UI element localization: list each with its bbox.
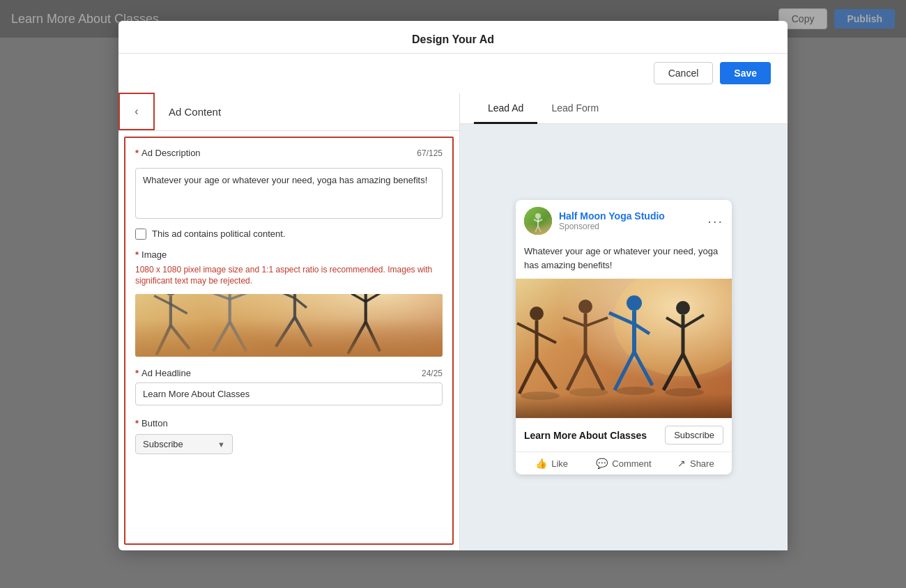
ad-description-label: *Ad Description xyxy=(135,148,201,158)
ad-description-input[interactable]: Whatever your age or whatever your need,… xyxy=(135,168,443,219)
ad-name-wrap: Half Moon Yoga Studio Sponsored xyxy=(559,210,700,232)
svg-line-8 xyxy=(171,325,190,349)
ad-description-header: *Ad Description 67/125 xyxy=(135,148,443,158)
svg-point-66 xyxy=(665,388,704,396)
svg-line-33 xyxy=(535,226,538,232)
comment-button[interactable]: 💬 Comment xyxy=(588,452,659,474)
required-marker-headline: * xyxy=(135,368,139,378)
svg-line-14 xyxy=(230,322,247,351)
ad-headline-counter: 24/25 xyxy=(422,369,443,378)
ad-preview-area: Half Moon Yoga Studio Sponsored ··· What… xyxy=(460,124,788,550)
ad-preview-card: Half Moon Yoga Studio Sponsored ··· What… xyxy=(516,200,732,474)
svg-point-64 xyxy=(569,388,608,396)
panel-title: Ad Content xyxy=(155,106,459,118)
left-panel-form: *Ad Description 67/125 Whatever your age… xyxy=(124,137,454,545)
image-hint: 1080 x 1080 pixel image size and 1:1 asp… xyxy=(135,264,443,288)
right-panel: Lead Ad Lead Form xyxy=(460,93,788,550)
political-checkbox-label: This ad contains political content. xyxy=(152,229,286,239)
required-marker: * xyxy=(135,148,139,158)
like-icon: 👍 xyxy=(535,458,547,469)
tabs-bar: Lead Ad Lead Form xyxy=(460,93,788,124)
chevron-left-icon: ‹ xyxy=(135,105,138,118)
comment-label: Comment xyxy=(612,458,651,469)
required-marker-btn: * xyxy=(135,418,139,428)
share-icon: ↗ xyxy=(677,458,686,469)
comment-icon: 💬 xyxy=(596,458,608,469)
button-select-value: Subscribe xyxy=(143,439,217,449)
svg-point-57 xyxy=(676,301,690,315)
svg-point-65 xyxy=(616,387,655,395)
svg-point-29 xyxy=(535,213,541,219)
ad-description-counter: 67/125 xyxy=(417,148,443,158)
svg-line-20 xyxy=(295,317,312,346)
svg-line-7 xyxy=(157,325,171,355)
svg-line-25 xyxy=(348,322,365,354)
svg-point-45 xyxy=(578,300,592,314)
avatar-svg xyxy=(524,207,552,235)
button-label-row: *Button xyxy=(135,418,443,428)
yoga-scene-bg xyxy=(135,294,443,357)
svg-point-39 xyxy=(530,307,544,320)
ad-image-svg xyxy=(516,279,732,418)
avatar-image xyxy=(524,207,552,235)
ad-sponsored-label: Sponsored xyxy=(559,222,700,231)
svg-line-19 xyxy=(276,317,295,346)
political-checkbox[interactable] xyxy=(135,229,146,240)
tab-lead-form[interactable]: Lead Form xyxy=(537,93,613,124)
cancel-button[interactable]: Cancel xyxy=(654,62,714,84)
button-select[interactable]: Subscribe ▼ xyxy=(135,434,233,454)
ad-more-icon[interactable]: ··· xyxy=(707,214,723,228)
share-label: Share xyxy=(690,458,714,469)
dropdown-arrow-icon: ▼ xyxy=(217,440,225,449)
modal-actions: Cancel Save xyxy=(118,54,788,93)
modal-overlay: Design Your Ad Cancel Save ‹ Ad Content xyxy=(0,0,906,588)
design-ad-modal: Design Your Ad Cancel Save ‹ Ad Content xyxy=(118,21,788,550)
button-section: *Button Subscribe ▼ xyxy=(135,418,443,454)
modal-header: Design Your Ad xyxy=(118,21,788,54)
button-field-label: *Button xyxy=(135,418,168,428)
svg-line-13 xyxy=(213,322,230,351)
image-label: *Image xyxy=(135,249,167,260)
ad-headline-header: *Ad Headline 24/25 xyxy=(135,368,443,378)
ad-page-name: Half Moon Yoga Studio xyxy=(559,210,700,222)
ad-card-header: Half Moon Yoga Studio Sponsored ··· xyxy=(516,200,732,242)
ad-actions: 👍 Like 💬 Comment ↗ Share xyxy=(516,451,732,474)
svg-rect-1 xyxy=(135,294,443,357)
save-button[interactable]: Save xyxy=(720,62,771,84)
image-header: *Image xyxy=(135,249,443,260)
tab-lead-ad[interactable]: Lead Ad xyxy=(474,93,537,124)
back-button[interactable]: ‹ xyxy=(118,93,155,130)
ad-headline-input[interactable] xyxy=(135,382,443,405)
left-panel-header: ‹ Ad Content xyxy=(118,93,459,131)
modal-title: Design Your Ad xyxy=(412,33,494,45)
like-label: Like xyxy=(551,458,568,469)
image-preview[interactable] xyxy=(135,294,443,357)
modal-body: ‹ Ad Content *Ad Description 67/125 What… xyxy=(118,93,788,550)
svg-line-34 xyxy=(538,226,541,232)
avatar xyxy=(524,207,552,235)
svg-line-26 xyxy=(366,322,380,351)
ad-card-footer: Learn More About Classes Subscribe xyxy=(516,418,732,451)
required-marker-image: * xyxy=(135,249,139,260)
ad-image xyxy=(516,279,732,418)
ad-body-text: Whatever your age or whatever your need,… xyxy=(516,242,732,279)
left-panel: ‹ Ad Content *Ad Description 67/125 What… xyxy=(118,93,460,550)
subscribe-button[interactable]: Subscribe xyxy=(665,426,723,444)
like-button[interactable]: 👍 Like xyxy=(516,452,588,474)
svg-point-51 xyxy=(627,295,642,311)
yoga-figures-svg xyxy=(135,294,443,357)
svg-point-63 xyxy=(521,392,560,400)
share-button[interactable]: ↗ Share xyxy=(660,452,732,474)
ad-card-headline: Learn More About Classes xyxy=(524,430,647,441)
ad-headline-label: *Ad Headline xyxy=(135,368,191,378)
political-checkbox-row: This ad contains political content. xyxy=(135,229,443,240)
